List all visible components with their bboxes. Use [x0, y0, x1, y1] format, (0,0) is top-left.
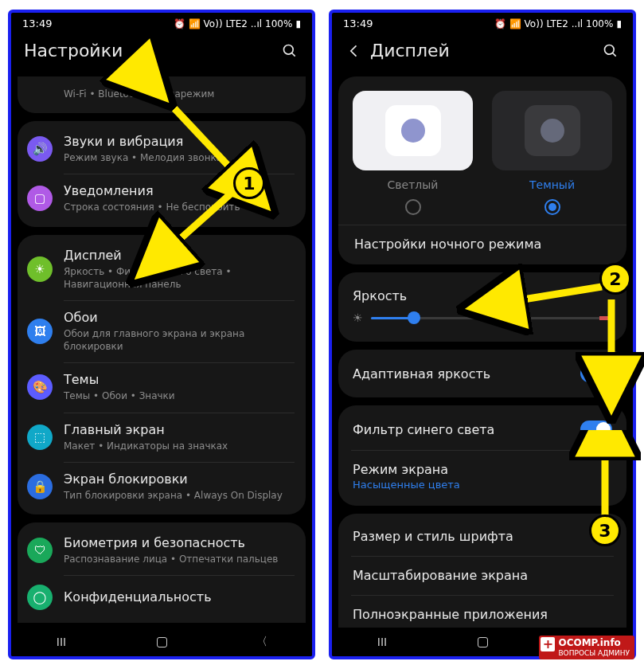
watermark-ocomp: + OCOMP.info ВОПРОСЫ АДМИНУ: [539, 636, 634, 659]
alarm-icon: ⏰: [494, 18, 506, 29]
alarm-icon: ⏰: [174, 18, 185, 29]
settings-item-lockscreen[interactable]: 🔒 Экран блокировки Тип блокировки экрана…: [18, 462, 306, 511]
settings-item-sound[interactable]: 🔊 Звуки и вибрация Режим звука • Мелодия…: [18, 124, 306, 174]
slider-track[interactable]: [371, 317, 612, 319]
font-size-row[interactable]: Размер и стиль шрифта: [338, 517, 626, 556]
search-icon: [282, 43, 298, 59]
status-icons: ⏰ 📶 Vo)) LTE2 ..ıl 100% ▮: [174, 18, 301, 29]
radio-dark[interactable]: [544, 199, 560, 215]
display-icon: ☀: [27, 256, 53, 282]
row-sub: Насыщенные цвета: [353, 479, 460, 491]
theme-label-light: Светлый: [348, 178, 478, 191]
svg-line-1: [292, 53, 295, 56]
item-subtitle: Тип блокировки экрана • Always On Displa…: [64, 489, 283, 502]
battery-icon: ▮: [616, 18, 622, 29]
brightness-label: Яркость: [338, 276, 626, 311]
svg-point-0: [284, 45, 294, 54]
settings-item-wallpaper[interactable]: 🖼 Обои Обои для главного экрана и экрана…: [18, 300, 306, 362]
light-preview: [353, 91, 473, 170]
item-subtitle: Темы • Обои • Значки: [64, 389, 175, 402]
theme-selector: Светлый Темный Настройки ночного режима: [338, 76, 626, 264]
group-connections: Wi-Fi • Bluetooth • Авиарежим: [18, 76, 306, 113]
privacy-icon: ◯: [27, 585, 53, 610]
row-label: Адаптивная яркость: [353, 366, 490, 381]
radio-light[interactable]: [405, 199, 421, 215]
item-title: Звуки и вибрация: [64, 134, 222, 150]
svg-point-2: [605, 45, 615, 54]
wifi-icon: 📶: [189, 18, 201, 29]
item-title: Темы: [64, 372, 175, 388]
item-subtitle: Макет • Индикаторы на значках: [64, 440, 228, 452]
settings-item-display[interactable]: ☀ Дисплей Яркость • Фильтр синего света …: [18, 238, 306, 300]
status-bar: 13:49 ⏰ 📶 Vo)) LTE2 ..ıl 100% ▮: [11, 13, 312, 34]
brightness-slider[interactable]: ☀: [353, 311, 612, 324]
sun-icon: ☀: [353, 311, 363, 324]
clock: 13:49: [343, 18, 373, 29]
settings-item-home[interactable]: ⬚ Главный экран Макет • Индикаторы на зн…: [18, 413, 306, 462]
screen-mode-row[interactable]: Режим экрана Насыщенные цвета: [338, 450, 626, 503]
lock-icon: 🔒: [27, 474, 53, 499]
nav-bar: III 〈: [11, 628, 312, 656]
row-label: Масштабирование экрана: [353, 568, 528, 583]
row-label: Полноэкранные приложения: [353, 607, 548, 622]
settings-item-biometrics[interactable]: 🛡 Биометрия и безопасность Распознавание…: [18, 526, 306, 575]
item-subtitle: Wi-Fi • Bluetooth • Авиарежим: [64, 88, 214, 100]
dark-preview: [492, 91, 612, 170]
item-subtitle: Строка состояния • Не беспокоить: [64, 201, 240, 213]
shield-icon: 🛡: [27, 538, 53, 563]
blue-light-filter-row[interactable]: Фильтр синего света: [338, 409, 626, 450]
home-icon: ⬚: [27, 424, 53, 450]
group-sound-notif: 🔊 Звуки и вибрация Режим звука • Мелодия…: [18, 121, 306, 226]
battery-icon: ▮: [295, 18, 301, 29]
item-subtitle: Яркость • Фильтр синего света • Навигаци…: [64, 265, 293, 291]
search-button[interactable]: [601, 43, 620, 59]
misc-card: Размер и стиль шрифта Масштабирование эк…: [338, 514, 626, 628]
nav-recents[interactable]: III: [37, 636, 85, 648]
back-button[interactable]: [345, 43, 364, 59]
display-settings-list[interactable]: Светлый Темный Настройки ночного режима …: [338, 76, 626, 628]
bluelight-toggle[interactable]: [580, 421, 612, 438]
nav-home[interactable]: [138, 637, 185, 647]
settings-item-notifications[interactable]: ▢ Уведомления Строка состояния • Не бесп…: [18, 174, 306, 223]
bluelight-card: Фильтр синего света Режим экрана Насыщен…: [338, 405, 626, 506]
wifi-icon: 📶: [509, 18, 521, 29]
adaptive-toggle[interactable]: [580, 365, 612, 382]
clock: 13:49: [22, 18, 52, 29]
item-title: Главный экран: [64, 422, 228, 438]
theme-label-dark: Темный: [487, 178, 617, 191]
header: Настройки: [11, 34, 312, 72]
item-title: Уведомления: [64, 183, 240, 199]
adaptive-brightness-row[interactable]: Адаптивная яркость: [338, 353, 626, 394]
watermark-brand: OCOMP.info: [558, 637, 620, 648]
settings-item-themes[interactable]: 🎨 Темы Темы • Обои • Значки: [18, 362, 306, 412]
chevron-left-icon: [346, 43, 362, 59]
settings-item-connections[interactable]: Wi-Fi • Bluetooth • Авиарежим: [18, 76, 306, 110]
adaptive-card: Адаптивная яркость: [338, 350, 626, 397]
screen-zoom-row[interactable]: Масштабирование экрана: [338, 556, 626, 595]
item-subtitle: Режим звука • Мелодия звонка: [64, 151, 222, 164]
item-title: Биометрия и безопасность: [64, 535, 278, 551]
sound-icon: 🔊: [27, 136, 53, 162]
theme-option-light[interactable]: Светлый: [348, 91, 478, 220]
brightness-card: Яркость ☀: [338, 272, 626, 342]
item-title: Экран блокировки: [64, 471, 283, 487]
nav-back[interactable]: 〈: [238, 635, 286, 649]
search-button[interactable]: [280, 43, 299, 59]
fullscreen-apps-row[interactable]: Полноэкранные приложения: [338, 595, 626, 628]
item-title: Обои: [64, 310, 293, 326]
settings-list[interactable]: Wi-Fi • Bluetooth • Авиарежим 🔊 Звуки и …: [18, 76, 306, 628]
dark-mode-settings[interactable]: Настройки ночного режима: [348, 225, 617, 263]
nav-home[interactable]: [459, 637, 506, 647]
wallpaper-icon: 🖼: [27, 319, 53, 344]
watermark-sub: ВОПРОСЫ АДМИНУ: [558, 649, 630, 657]
battery-label: 100%: [265, 18, 292, 29]
item-title: Дисплей: [64, 248, 293, 264]
themes-icon: 🎨: [27, 374, 53, 400]
theme-option-dark[interactable]: Темный: [487, 91, 617, 220]
group-security: 🛡 Биометрия и безопасность Распознавание…: [18, 522, 306, 623]
status-bar: 13:49 ⏰ 📶 Vo)) LTE2 ..ıl 100% ▮: [332, 13, 633, 34]
nav-recents[interactable]: III: [358, 636, 406, 648]
settings-item-privacy[interactable]: ◯ Конфиденциальность: [18, 575, 306, 620]
phone-settings: 13:49 ⏰ 📶 Vo)) LTE2 ..ıl 100% ▮ Настройк…: [8, 10, 315, 659]
header: Дисплей: [332, 34, 633, 72]
